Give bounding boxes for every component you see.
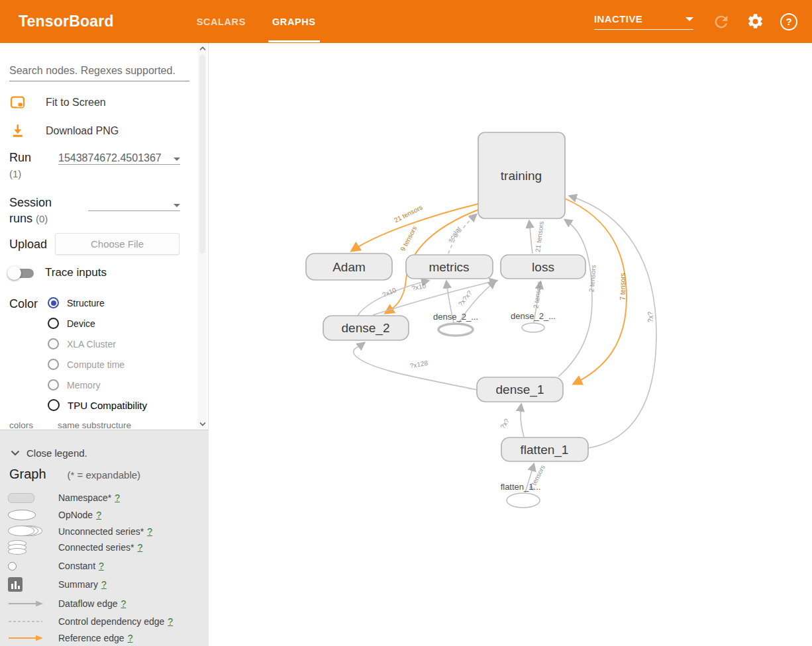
header-actions: INACTIVE ? bbox=[594, 13, 797, 31]
close-legend-button[interactable]: Close legend. bbox=[11, 447, 87, 459]
edge-training-dense1 bbox=[565, 199, 627, 384]
legend-item-unconnected-series: Unconnected series* ? bbox=[0, 524, 209, 539]
legend-title: Graph bbox=[9, 467, 46, 482]
graph-node-dense2[interactable]: dense_2 bbox=[323, 316, 409, 340]
graph-node-flatten1[interactable]: flatten_1 bbox=[501, 438, 588, 461]
help-link[interactable]: ? bbox=[137, 542, 142, 553]
chevron-down-icon bbox=[174, 204, 180, 207]
refresh-button[interactable] bbox=[712, 13, 731, 31]
session-runs-dropdown[interactable] bbox=[88, 195, 180, 211]
fit-to-screen-button[interactable]: Fit to Screen bbox=[9, 94, 106, 111]
help-link[interactable]: ? bbox=[115, 492, 120, 503]
status-value: INACTIVE bbox=[594, 13, 642, 24]
download-png-button[interactable]: Download PNG bbox=[9, 122, 119, 139]
legend-item-dataflow-edge: Dataflow edge ? bbox=[0, 596, 209, 612]
legend-item-namespace: Namespace* ? bbox=[0, 490, 209, 506]
radio-button-icon bbox=[48, 359, 59, 370]
dataflow-edge-icon bbox=[8, 600, 45, 608]
radio-memory-label: Memory bbox=[67, 380, 101, 391]
radio-button-icon bbox=[48, 399, 60, 411]
legend-label: Reference edge bbox=[58, 633, 125, 643]
color-by-label: Color bbox=[9, 297, 38, 311]
node-label: dense_1 bbox=[496, 383, 544, 397]
graph-svg: scalar 21 tensors 21 tensors 9 tensors ?… bbox=[209, 43, 812, 646]
chevron-down-icon bbox=[11, 450, 20, 456]
colors-column-label: colors bbox=[9, 420, 33, 430]
radio-device[interactable]: Device bbox=[48, 318, 95, 329]
graph-node-loss[interactable]: loss bbox=[501, 255, 585, 279]
radio-tpu-compatibility[interactable]: TPU Compatibility bbox=[48, 399, 147, 411]
run-label: Run bbox=[9, 151, 31, 165]
tab-scalars[interactable]: SCALARS bbox=[183, 0, 259, 43]
trace-inputs-toggle-knob[interactable] bbox=[7, 266, 21, 280]
edge-label: ?x? bbox=[647, 312, 654, 323]
legend-label: OpNode bbox=[58, 510, 93, 520]
opnode-icon bbox=[8, 510, 36, 520]
help-link[interactable]: ? bbox=[96, 510, 101, 520]
help-link[interactable]: ? bbox=[147, 526, 152, 537]
radio-compute-time[interactable]: Compute time bbox=[48, 359, 125, 370]
radio-structure-label: Structure bbox=[67, 298, 105, 308]
radio-button-icon bbox=[48, 379, 59, 391]
legend-item-connected-series: Connected series* ? bbox=[0, 539, 209, 555]
legend-item-opnode: OpNode ? bbox=[0, 507, 209, 523]
edge-dense1-training bbox=[558, 220, 592, 377]
tab-graphs[interactable]: GRAPHS bbox=[259, 0, 329, 43]
help-link[interactable]: ? bbox=[168, 616, 173, 627]
legend-title-row: Graph (* = expandable) bbox=[9, 467, 140, 482]
run-count: (1) bbox=[9, 168, 21, 179]
graph-canvas[interactable]: scalar 21 tensors 21 tensors 9 tensors ?… bbox=[209, 43, 812, 646]
legend-item-summary: Summary ? bbox=[0, 577, 209, 592]
fit-to-screen-label: Fit to Screen bbox=[46, 97, 106, 109]
help-link[interactable]: ? bbox=[121, 598, 127, 609]
run-value: 1543874672.4501367 bbox=[58, 152, 162, 164]
settings-button[interactable] bbox=[746, 13, 764, 30]
run-dropdown[interactable]: 1543874672.4501367 bbox=[58, 149, 180, 165]
trace-inputs-label: Trace inputs bbox=[45, 266, 107, 279]
session-runs-count: (0) bbox=[36, 213, 48, 224]
help-link[interactable]: ? bbox=[101, 579, 107, 590]
help-link[interactable]: ? bbox=[99, 561, 104, 571]
scroll-up-icon[interactable] bbox=[199, 46, 206, 51]
graph-node-dense1[interactable]: dense_1 bbox=[477, 377, 563, 402]
legend-label: Unconnected series* bbox=[58, 526, 144, 537]
gear-icon bbox=[746, 13, 764, 30]
reference-edge-icon bbox=[8, 634, 45, 642]
radio-button-icon bbox=[48, 297, 59, 308]
scrollbar-thumb[interactable] bbox=[199, 55, 205, 254]
search-input[interactable] bbox=[9, 63, 189, 81]
node-label: training bbox=[501, 169, 542, 183]
node-label: flatten_1 bbox=[521, 443, 569, 457]
graph-node-adam[interactable]: Adam bbox=[306, 254, 392, 280]
help-link[interactable]: ? bbox=[128, 633, 133, 643]
legend-item-constant: Constant ? bbox=[0, 558, 209, 574]
close-legend-label: Close legend. bbox=[26, 447, 87, 459]
scroll-down-icon[interactable] bbox=[199, 422, 206, 426]
edge-label: 2 tensors bbox=[587, 265, 597, 293]
graph-opnode-flatten1-input[interactable]: flatten_1... bbox=[501, 482, 541, 508]
control-dependency-edge-icon bbox=[8, 619, 45, 624]
status-dropdown[interactable]: INACTIVE bbox=[594, 13, 693, 30]
graph-node-metrics[interactable]: metrics bbox=[406, 255, 493, 279]
graph-opnode-dense2-series-left[interactable]: dense_2_... bbox=[433, 312, 478, 336]
connected-series-icon bbox=[8, 540, 26, 555]
opnode-label: dense_2_... bbox=[433, 312, 478, 322]
color-legend-partial-row: colors same substructure bbox=[9, 420, 131, 430]
graph-node-training[interactable]: training bbox=[478, 132, 565, 218]
app-title: TensorBoard bbox=[19, 13, 114, 30]
graph-legend: Close legend. Graph (* = expandable) Nam… bbox=[0, 430, 209, 646]
tensorboard-app: TensorBoard SCALARS GRAPHS INACTIVE bbox=[0, 0, 812, 646]
radio-xla-cluster[interactable]: XLA Cluster bbox=[48, 338, 116, 349]
edge-label: 9 tensors bbox=[399, 225, 418, 252]
help-button[interactable]: ? bbox=[780, 13, 797, 30]
choose-file-button[interactable]: Choose File bbox=[55, 233, 179, 255]
graph-opnode-dense2-series-right[interactable]: dense_2_... bbox=[511, 311, 556, 332]
chevron-down-icon bbox=[685, 17, 693, 21]
edge-label: ?x? bbox=[499, 417, 511, 430]
sidebar-scrollbar[interactable] bbox=[198, 44, 207, 428]
radio-memory[interactable]: Memory bbox=[48, 379, 101, 391]
node-label: dense_2 bbox=[342, 321, 390, 336]
edge-loss-training bbox=[529, 221, 533, 254]
radio-structure[interactable]: Structure bbox=[48, 297, 105, 308]
opnode-label: dense_2_... bbox=[511, 311, 556, 321]
